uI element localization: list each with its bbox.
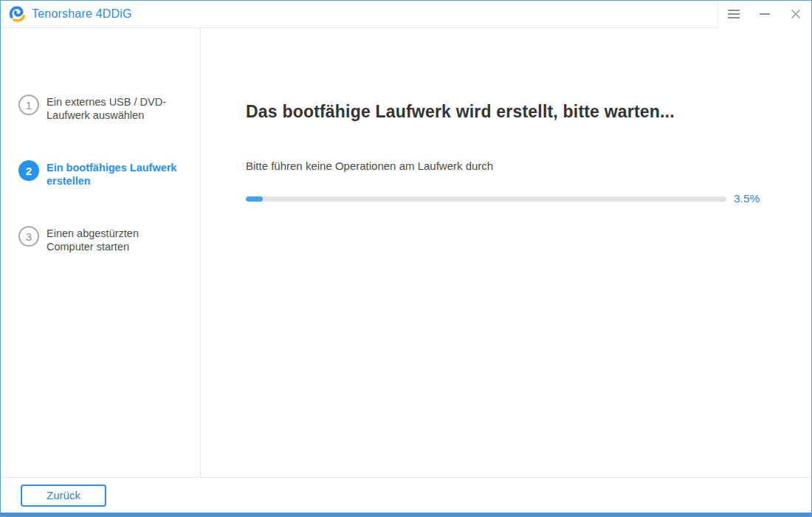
window-body: 1 Ein externes USB / DVD- Laufwerk auswä…	[1, 28, 811, 477]
step-3-number-badge: 3	[18, 226, 39, 247]
title-bar: Tenorshare 4DDiG	[1, 1, 811, 28]
footer-bar: Zurück	[1, 477, 811, 513]
progress-percent-label: 3.5%	[734, 192, 760, 205]
sidebar-step-2-active: 2 Ein bootfähiges Laufwerk erstellen	[18, 160, 200, 188]
menu-button[interactable]	[718, 1, 749, 28]
minimize-icon	[760, 13, 770, 15]
step-1-number-badge: 1	[18, 95, 39, 115]
tenorshare-logo-icon	[7, 4, 27, 24]
step-1-label: Ein externes USB / DVD- Laufwerk auswähl…	[47, 95, 187, 122]
step-3-label: Einen abgestürzten Computer starten	[47, 226, 187, 253]
sidebar-step-3: 3 Einen abgestürzten Computer starten	[18, 226, 200, 253]
close-icon	[791, 9, 801, 19]
sidebar-step-1: 1 Ein externes USB / DVD- Laufwerk auswä…	[18, 95, 200, 122]
hamburger-menu-icon	[728, 10, 740, 18]
minimize-button[interactable]	[749, 1, 780, 28]
step-2-number-badge: 2	[18, 160, 39, 181]
warning-note: Bitte führen keine Operationen am Laufwe…	[246, 160, 760, 172]
progress-row: 3.5%	[246, 192, 760, 205]
back-button[interactable]: Zurück	[21, 485, 106, 507]
main-content: Das bootfähige Laufwerk wird erstellt, b…	[201, 28, 811, 477]
page-title: Das bootfähige Laufwerk wird erstellt, b…	[246, 102, 760, 122]
progress-fill	[246, 196, 263, 202]
bottom-accent-strip	[1, 513, 811, 516]
close-button[interactable]	[780, 1, 811, 28]
wizard-sidebar: 1 Ein externes USB / DVD- Laufwerk auswä…	[1, 28, 201, 477]
step-2-label: Ein bootfähiges Laufwerk erstellen	[47, 160, 187, 188]
progress-bar	[246, 196, 726, 202]
app-title: Tenorshare 4DDiG	[32, 7, 132, 21]
app-window: Tenorshare 4DDiG 1 Ein externes USB / DV…	[0, 0, 812, 517]
